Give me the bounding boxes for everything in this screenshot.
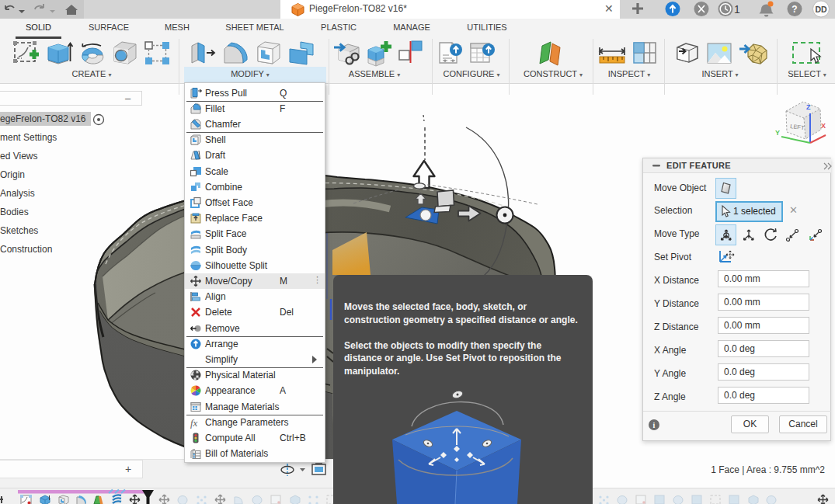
svg-text:fx: fx [190,416,198,428]
svg-text:Z: Z [806,103,811,111]
svg-text:X: X [821,122,826,130]
svg-text:1: 1 [734,3,740,16]
svg-text:?: ? [792,4,797,15]
svg-text:i: i [653,421,656,429]
svg-text:DD: DD [815,5,827,14]
svg-text:Y: Y [775,129,780,137]
